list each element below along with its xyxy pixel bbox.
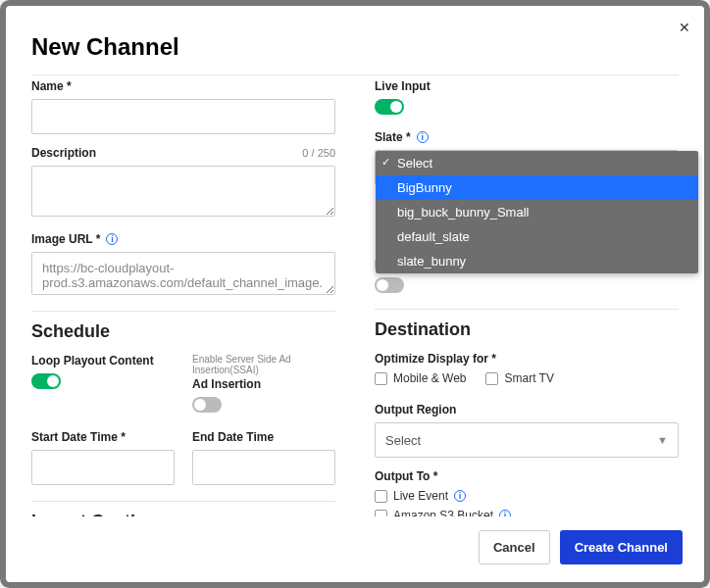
info-icon[interactable]: [499, 510, 511, 516]
name-field: Name: [31, 79, 335, 134]
ad-insertion-toggle[interactable]: [192, 397, 222, 413]
slate-option-bigbunny[interactable]: BigBunny: [376, 175, 698, 200]
datetime-row: Start Date Time End Date Time: [31, 430, 335, 485]
checkbox-icon: [375, 372, 387, 385]
live-input-toggle[interactable]: [375, 99, 404, 115]
output-live-label: Live Event: [393, 489, 448, 503]
optimize-mobile-label: Mobile & Web: [393, 371, 466, 385]
output-region-field: Output Region Select ▼: [375, 403, 679, 458]
output-region-value: Select: [385, 433, 421, 448]
create-channel-button[interactable]: Create Channel: [560, 530, 683, 564]
live-input-field: Live Input: [375, 79, 679, 119]
loop-label: Loop Playout Content: [31, 354, 154, 368]
output-region-label: Output Region: [375, 403, 456, 416]
description-field: Description 0 / 250: [31, 146, 335, 220]
slate-option-slate-bunny[interactable]: slate_bunny: [376, 249, 698, 273]
optimize-tv-option[interactable]: Smart TV: [485, 371, 553, 385]
modal-body: Name Description 0 / 250 Image URL Sched…: [6, 79, 704, 516]
checkbox-icon: [375, 510, 387, 517]
slate-field: Slate Select ▼ Select BigBunny big_buck_…: [375, 130, 679, 185]
description-counter: 0 / 250: [302, 147, 335, 159]
name-input[interactable]: [31, 99, 335, 134]
output-to-field: Output To Live Event Amazon S3 Bucket: [375, 469, 679, 516]
right-column: Live Input Slate Select ▼ Select BigBunn…: [375, 79, 679, 516]
optimize-mobile-option[interactable]: Mobile & Web: [375, 371, 466, 385]
info-icon[interactable]: [106, 233, 118, 245]
slate-option-default-slate[interactable]: default_slate: [376, 224, 698, 249]
dynamic-overlay-toggle[interactable]: [375, 277, 404, 293]
slate-select-wrap: Select ▼ Select BigBunny big_buck_bunny_…: [375, 150, 679, 185]
left-column: Name Description 0 / 250 Image URL Sched…: [31, 79, 335, 516]
slate-dropdown-menu: Select BigBunny big_buck_bunny_Small def…: [376, 151, 698, 273]
image-url-input[interactable]: [31, 252, 335, 295]
divider: [31, 501, 335, 502]
live-input-label: Live Input: [375, 79, 431, 93]
new-channel-modal: ✕ New Channel Name Description 0 / 250 I…: [6, 6, 704, 582]
destination-title: Destination: [375, 319, 679, 340]
chevron-down-icon: ▼: [657, 434, 668, 446]
divider: [31, 74, 679, 75]
cancel-button[interactable]: Cancel: [479, 530, 550, 564]
info-icon[interactable]: [454, 490, 466, 502]
schedule-title: Schedule: [31, 321, 335, 342]
info-icon[interactable]: [417, 131, 429, 143]
ad-insertion-label: Ad Insertion: [192, 377, 261, 391]
modal-title: New Channel: [6, 6, 704, 74]
description-input[interactable]: [31, 166, 335, 217]
optimize-tv-label: Smart TV: [504, 371, 553, 385]
divider: [375, 309, 679, 310]
end-date-input[interactable]: [192, 450, 335, 485]
output-s3-option[interactable]: Amazon S3 Bucket: [375, 509, 679, 516]
loop-toggle[interactable]: [31, 373, 61, 389]
checkbox-icon: [485, 372, 498, 385]
output-region-select[interactable]: Select ▼: [375, 422, 679, 458]
output-s3-label: Amazon S3 Bucket: [393, 509, 493, 516]
divider: [31, 311, 335, 312]
ssai-hint: Enable Server Side Ad Insertion(SSAI): [192, 354, 335, 375]
description-label: Description: [31, 146, 96, 160]
slate-option-big-buck-small[interactable]: big_buck_bunny_Small: [376, 200, 698, 224]
slate-label: Slate: [375, 130, 411, 144]
output-to-label: Output To: [375, 469, 437, 483]
start-date-label: Start Date Time: [31, 430, 126, 444]
checkbox-icon: [375, 490, 387, 503]
start-date-input[interactable]: [31, 450, 175, 485]
end-date-label: End Date Time: [192, 430, 274, 444]
image-url-field: Image URL: [31, 232, 335, 299]
modal-footer: Cancel Create Channel: [6, 516, 704, 582]
output-live-option[interactable]: Live Event: [375, 489, 679, 503]
optimize-field: Optimize Display for Mobile & Web Smart …: [375, 352, 679, 391]
name-label: Name: [31, 79, 72, 93]
close-icon[interactable]: ✕: [679, 20, 690, 35]
schedule-row: Loop Playout Content Enable Server Side …: [31, 354, 335, 416]
image-url-label: Image URL: [31, 232, 100, 246]
optimize-label: Optimize Display for: [375, 352, 496, 366]
slate-option-select[interactable]: Select: [376, 151, 698, 175]
